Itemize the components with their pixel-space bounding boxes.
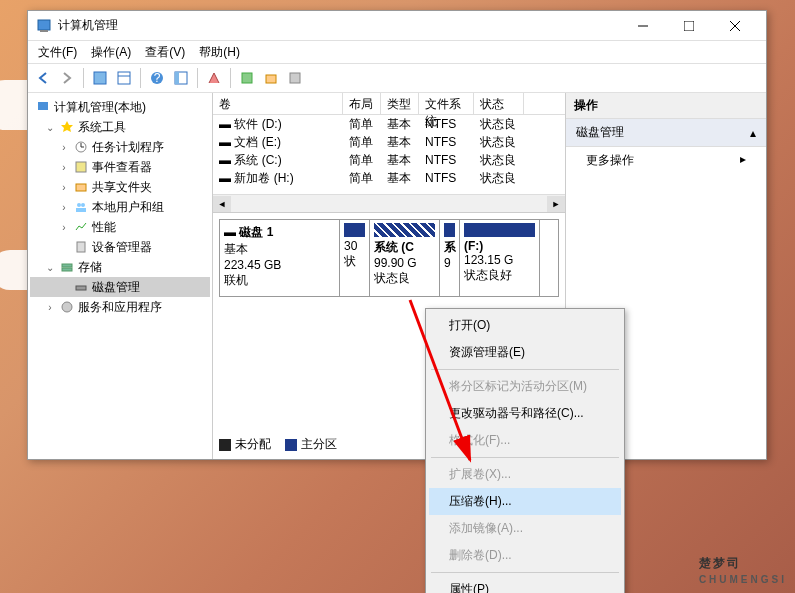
svg-rect-15 <box>290 73 300 83</box>
col-status[interactable]: 状态 <box>474 93 524 114</box>
main-window: 计算机管理 文件(F) 操作(A) 查看(V) 帮助(H) ? 计算机管理(本地… <box>27 10 767 460</box>
volume-row[interactable]: ▬ 软件 (D:)简单基本NTFS状态良 <box>213 115 565 133</box>
partition[interactable]: 30状 <box>340 220 370 296</box>
menu-view[interactable]: 查看(V) <box>141 42 189 63</box>
svg-rect-28 <box>76 286 86 290</box>
h-scrollbar[interactable]: ◄► <box>213 194 565 212</box>
minimize-button[interactable] <box>620 11 666 41</box>
tree-eventv[interactable]: ›事件查看器 <box>30 157 210 177</box>
partition[interactable]: (F:)123.15 G状态良好 <box>460 220 540 296</box>
ctx-extend: 扩展卷(X)... <box>429 461 621 488</box>
toolbar-icon[interactable] <box>284 67 306 89</box>
svg-rect-25 <box>77 242 85 252</box>
svg-text:?: ? <box>154 71 161 85</box>
toolbar-icon[interactable] <box>236 67 258 89</box>
menubar: 文件(F) 操作(A) 查看(V) 帮助(H) <box>28 41 766 63</box>
tree-storage[interactable]: ⌄存储 <box>30 257 210 277</box>
menu-file[interactable]: 文件(F) <box>34 42 81 63</box>
disk-row: ▬ 磁盘 1 基本 223.45 GB 联机 30状 系统 (C99.90 G状… <box>219 219 559 297</box>
svg-rect-26 <box>62 264 72 267</box>
actions-section[interactable]: 磁盘管理▴ <box>566 119 766 147</box>
context-menu: 打开(O) 资源管理器(E) 将分区标记为活动分区(M) 更改驱动器号和路径(C… <box>425 308 625 593</box>
ctx-delete: 删除卷(D)... <box>429 542 621 569</box>
toolbar-icon[interactable] <box>113 67 135 89</box>
tree-root[interactable]: 计算机管理(本地) <box>30 97 210 117</box>
toolbar-icon[interactable] <box>170 67 192 89</box>
ctx-mirror: 添加镜像(A)... <box>429 515 621 542</box>
svg-rect-13 <box>242 73 252 83</box>
svg-point-22 <box>77 203 81 207</box>
svg-point-23 <box>81 203 85 207</box>
tree-shared[interactable]: ›共享文件夹 <box>30 177 210 197</box>
svg-rect-27 <box>62 268 72 271</box>
toolbar-icon[interactable] <box>203 67 225 89</box>
svg-rect-7 <box>118 72 130 84</box>
toolbar: ? <box>28 63 766 93</box>
tree-perf[interactable]: ›性能 <box>30 217 210 237</box>
menu-help[interactable]: 帮助(H) <box>195 42 244 63</box>
svg-rect-14 <box>266 75 276 83</box>
legend: 未分配 主分区 <box>219 436 337 453</box>
col-fs[interactable]: 文件系统 <box>419 93 474 114</box>
back-button[interactable] <box>32 67 54 89</box>
actions-header: 操作 <box>566 93 766 119</box>
toolbar-icon[interactable] <box>260 67 282 89</box>
ctx-prop[interactable]: 属性(P) <box>429 576 621 593</box>
volume-list: 卷 布局 类型 文件系统 状态 ▬ 软件 (D:)简单基本NTFS状态良 ▬ 文… <box>213 93 565 213</box>
actions-more[interactable]: 更多操作▸ <box>566 147 766 174</box>
svg-rect-24 <box>76 208 86 212</box>
watermark: 楚梦司 CHUMENGSI <box>699 542 787 585</box>
svg-rect-3 <box>684 21 694 31</box>
tree-svcapp[interactable]: ›服务和应用程序 <box>30 297 210 317</box>
menu-action[interactable]: 操作(A) <box>87 42 135 63</box>
tree-diskmgmt[interactable]: 磁盘管理 <box>30 277 210 297</box>
forward-button[interactable] <box>56 67 78 89</box>
close-button[interactable] <box>712 11 758 41</box>
ctx-active: 将分区标记为活动分区(M) <box>429 373 621 400</box>
ctx-letter[interactable]: 更改驱动器号和路径(C)... <box>429 400 621 427</box>
col-volume[interactable]: 卷 <box>213 93 343 114</box>
partition-selected[interactable]: 系统 (C99.90 G状态良 <box>370 220 440 296</box>
svg-rect-16 <box>38 102 48 110</box>
svg-point-29 <box>62 302 72 312</box>
ctx-shrink[interactable]: 压缩卷(H)... <box>429 488 621 515</box>
col-type[interactable]: 类型 <box>381 93 419 114</box>
maximize-button[interactable] <box>666 11 712 41</box>
svg-rect-12 <box>175 72 179 84</box>
ctx-open[interactable]: 打开(O) <box>429 312 621 339</box>
volume-row[interactable]: ▬ 系统 (C:)简单基本NTFS状态良 <box>213 151 565 169</box>
tree-tasksch[interactable]: ›任务计划程序 <box>30 137 210 157</box>
svg-rect-21 <box>76 184 86 191</box>
tree-users[interactable]: ›本地用户和组 <box>30 197 210 217</box>
svg-rect-20 <box>76 162 86 172</box>
volume-row[interactable]: ▬ 新加卷 (H:)简单基本NTFS状态良 <box>213 169 565 187</box>
partition[interactable]: 系9 <box>440 220 460 296</box>
window-title: 计算机管理 <box>58 17 620 34</box>
help-icon[interactable]: ? <box>146 67 168 89</box>
ctx-format: 格式化(F)... <box>429 427 621 454</box>
nav-tree: 计算机管理(本地) ⌄系统工具 ›任务计划程序 ›事件查看器 ›共享文件夹 ›本… <box>28 93 213 459</box>
volume-row[interactable]: ▬ 文档 (E:)简单基本NTFS状态良 <box>213 133 565 151</box>
volume-header: 卷 布局 类型 文件系统 状态 <box>213 93 565 115</box>
svg-rect-1 <box>40 30 48 32</box>
toolbar-icon[interactable] <box>89 67 111 89</box>
tree-devmgr[interactable]: 设备管理器 <box>30 237 210 257</box>
app-icon <box>36 18 52 34</box>
tree-systools[interactable]: ⌄系统工具 <box>30 117 210 137</box>
col-layout[interactable]: 布局 <box>343 93 381 114</box>
disk-info[interactable]: ▬ 磁盘 1 基本 223.45 GB 联机 <box>220 220 340 296</box>
svg-rect-0 <box>38 20 50 30</box>
svg-rect-6 <box>94 72 106 84</box>
ctx-explorer[interactable]: 资源管理器(E) <box>429 339 621 366</box>
titlebar: 计算机管理 <box>28 11 766 41</box>
